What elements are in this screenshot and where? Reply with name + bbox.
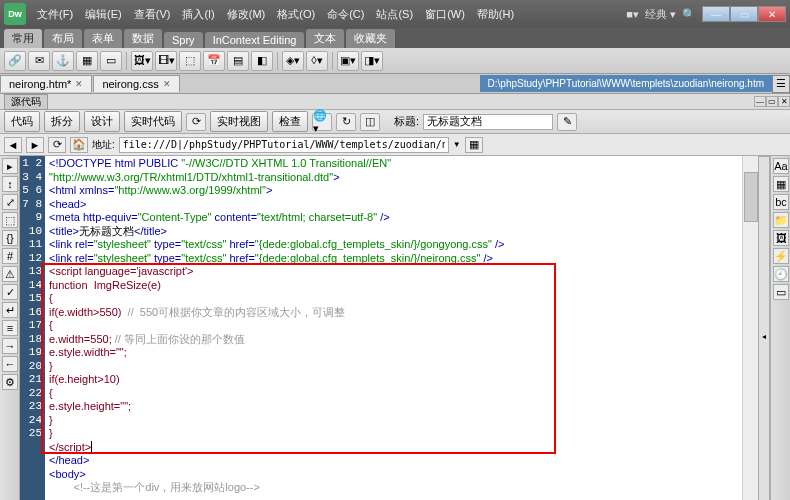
view-design-button[interactable]: 设计 [84, 111, 120, 132]
menu-item[interactable]: 查看(V) [129, 5, 176, 24]
panel-close-icon[interactable]: ✕ [778, 96, 790, 107]
insert-date-icon[interactable]: 📅 [203, 51, 225, 71]
document-tab[interactable]: neirong.css✕ [93, 75, 179, 92]
maximize-button[interactable]: ▭ [730, 6, 758, 22]
address-input[interactable] [119, 137, 449, 153]
menu-item[interactable]: 窗口(W) [420, 5, 470, 24]
open-docs-icon[interactable]: ▸ [2, 158, 18, 174]
format-icon[interactable]: ⚙ [2, 374, 18, 390]
close-tab-icon[interactable]: ✕ [163, 79, 171, 89]
syntax-error-icon[interactable]: ✓ [2, 284, 18, 300]
insert-div-icon[interactable]: ▭ [100, 51, 122, 71]
view-split-button[interactable]: 拆分 [44, 111, 80, 132]
insert-widget-icon[interactable]: ⬚ [179, 51, 201, 71]
code-editor[interactable]: 1 2 3 4 5 6 7 8 9 10 11 12 13 14 15 16 1… [20, 156, 758, 500]
category-tab[interactable]: 文本 [306, 29, 344, 48]
insert-server-icon[interactable]: ▤ [227, 51, 249, 71]
view-code-button[interactable]: 代码 [4, 111, 40, 132]
menu-item[interactable]: 修改(M) [222, 5, 271, 24]
files-panel-icon[interactable]: 📁 [773, 212, 789, 228]
highlight-invalid-icon[interactable]: ⚠ [2, 266, 18, 282]
panel-min-icon[interactable]: — [754, 96, 766, 107]
insert-tag-icon[interactable]: ◨▾ [361, 51, 383, 71]
forward-icon[interactable]: ► [26, 137, 44, 153]
f4-icon[interactable]: ⟳ [186, 113, 206, 131]
category-tab[interactable]: 表单 [84, 29, 122, 48]
assets-panel-icon[interactable]: 🖼 [773, 230, 789, 246]
business-catalyst-icon[interactable]: bc [773, 194, 789, 210]
file-mgmt-icon[interactable]: ◫ [360, 113, 380, 131]
balance-braces-icon[interactable]: {} [2, 230, 18, 246]
close-button[interactable]: ✕ [758, 6, 786, 22]
document-title-input[interactable] [423, 114, 553, 130]
menu-item[interactable]: 站点(S) [371, 5, 418, 24]
insert-table-icon[interactable]: ▦ [76, 51, 98, 71]
insert-category-tabs: 常用布局表单数据SpryInContext Editing文本收藏夹 [0, 28, 790, 48]
layout-selector[interactable]: 经典 ▾ [645, 7, 676, 22]
outdent-icon[interactable]: ← [2, 356, 18, 372]
category-tab[interactable]: 常用 [4, 29, 42, 48]
menu-item[interactable]: 插入(I) [177, 5, 219, 24]
word-wrap-icon[interactable]: ↵ [2, 302, 18, 318]
code-toolbar-left: ▸ ↕ ⤢ ⬚ {} # ⚠ ✓ ↵ ≡ → ← ⚙ [0, 156, 20, 500]
insert-hyperlink-icon[interactable]: 🔗 [4, 51, 26, 71]
category-tab[interactable]: 收藏夹 [346, 29, 395, 48]
home-icon[interactable]: 🏠 [70, 137, 88, 153]
main-area: ▸ ↕ ⤢ ⬚ {} # ⚠ ✓ ↵ ≡ → ← ⚙ 1 2 3 4 5 6 7… [0, 156, 790, 500]
menu-item[interactable]: 命令(C) [322, 5, 369, 24]
insert-image-icon[interactable]: 🖼▾ [131, 51, 153, 71]
doc-menu-icon[interactable]: ☰ [772, 75, 790, 93]
address-bar: ◄ ► ⟳ 🏠 地址: ▼ ▦ [0, 134, 790, 156]
close-tab-icon[interactable]: ✕ [75, 79, 83, 89]
recent-snippets-icon[interactable]: ≡ [2, 320, 18, 336]
behaviors-icon[interactable]: ⚡ [773, 248, 789, 264]
category-tab[interactable]: 布局 [44, 29, 82, 48]
keywords-icon[interactable]: ✎ [557, 113, 577, 131]
document-tab[interactable]: neirong.htm*✕ [0, 75, 92, 92]
minimize-button[interactable]: — [702, 6, 730, 22]
insert-comment-icon[interactable]: ◧ [251, 51, 273, 71]
category-tab[interactable]: 数据 [124, 29, 162, 48]
category-tab[interactable]: InContext Editing [205, 32, 305, 48]
panel-collapse-icon[interactable]: ◂ [758, 156, 770, 500]
insert-media-icon[interactable]: 🎞▾ [155, 51, 177, 71]
menu-item[interactable]: 格式(O) [272, 5, 320, 24]
css-panel-icon[interactable]: Aa [773, 158, 789, 174]
menu-item[interactable]: 编辑(E) [80, 5, 127, 24]
live-code-button[interactable]: 实时代码 [124, 111, 182, 132]
back-icon[interactable]: ◄ [4, 137, 22, 153]
scroll-thumb[interactable] [744, 172, 758, 222]
expand-icon[interactable]: ⤢ [2, 194, 18, 210]
app-logo: Dw [4, 3, 26, 25]
stop-icon[interactable]: ⟳ [48, 137, 66, 153]
ap-elements-icon[interactable]: ▦ [773, 176, 789, 192]
search-glass-icon[interactable]: 🔍 [682, 8, 696, 21]
insert-script-icon[interactable]: ◊▾ [306, 51, 328, 71]
menu-item[interactable]: 文件(F) [32, 5, 78, 24]
history-icon[interactable]: 🕘 [773, 266, 789, 282]
line-numbers-icon[interactable]: # [2, 248, 18, 264]
collapse-icon[interactable]: ↕ [2, 176, 18, 192]
select-parent-icon[interactable]: ⬚ [2, 212, 18, 228]
inspect-button[interactable]: 检查 [272, 111, 308, 132]
document-tabs: neirong.htm*✕ neirong.css✕ D:\phpStudy\P… [0, 74, 790, 94]
document-toolbar: 代码 拆分 设计 实时代码 ⟳ 实时视图 检查 🌐▾ ↻ ◫ 标题: ✎ [0, 110, 790, 134]
source-code-tab[interactable]: 源代码 [4, 94, 48, 110]
insert-anchor-icon[interactable]: ⚓ [52, 51, 74, 71]
refresh-icon[interactable]: ↻ [336, 113, 356, 131]
live-view-button[interactable]: 实时视图 [210, 111, 268, 132]
category-tab[interactable]: Spry [164, 32, 203, 48]
browser-preview-icon[interactable]: 🌐▾ [312, 113, 332, 131]
browse-icon[interactable]: ▦ [465, 137, 483, 153]
indent-icon[interactable]: → [2, 338, 18, 354]
insert-head-icon[interactable]: ◈▾ [282, 51, 304, 71]
panel-restore-icon[interactable]: ▭ [766, 96, 778, 107]
code-content[interactable]: <!DOCTYPE html PUBLIC "-//W3C//DTD XHTML… [45, 156, 742, 500]
vertical-scrollbar[interactable] [742, 156, 758, 500]
search-icon[interactable]: ■▾ [626, 8, 639, 21]
insert-template-icon[interactable]: ▣▾ [337, 51, 359, 71]
menu-bar: 文件(F)编辑(E)查看(V)插入(I)修改(M)格式(O)命令(C)站点(S)… [32, 5, 626, 24]
insert-email-icon[interactable]: ✉ [28, 51, 50, 71]
frames-icon[interactable]: ▭ [773, 284, 789, 300]
menu-item[interactable]: 帮助(H) [472, 5, 519, 24]
